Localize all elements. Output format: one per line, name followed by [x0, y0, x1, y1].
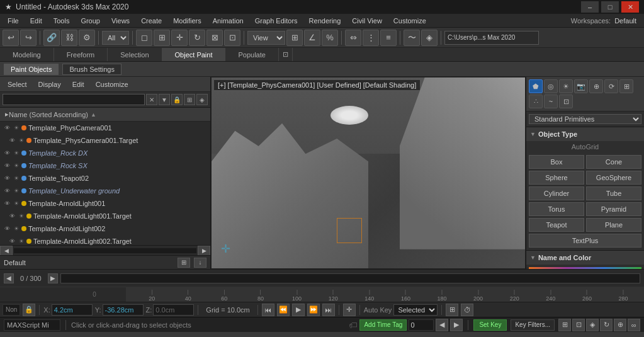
key-btn-6[interactable]: ∞ — [628, 319, 640, 331]
scene-item-arnoldlight002[interactable]: 👁 ☀ Template-ArnoldLight002 — [0, 222, 210, 235]
menu-modifiers[interactable]: Modifiers — [168, 16, 206, 26]
rotate-button[interactable]: ↻ — [189, 30, 205, 46]
menu-civil-view[interactable]: Civil View — [347, 16, 387, 26]
timeline-prev-button[interactable]: ◀ — [4, 273, 14, 283]
key-btn-1[interactable]: ⊞ — [558, 319, 571, 331]
helpers-button[interactable]: ⊕ — [589, 79, 603, 93]
spacewarps-button[interactable]: ⟳ — [604, 79, 618, 93]
close-button[interactable]: ✕ — [621, 1, 639, 13]
next-frame-button[interactable]: ⏩ — [307, 304, 320, 316]
scene-item-teapot02[interactable]: 👁 ☀ Template_Teapot02 — [0, 172, 210, 185]
scene-filter-button[interactable]: ▼ — [159, 94, 170, 105]
menu-animation[interactable]: Animation — [208, 16, 249, 26]
standard-primitives-dropdown[interactable]: Standard Primitives — [529, 114, 641, 124]
scene-search-close-button[interactable]: ✕ — [146, 94, 157, 105]
scene-item-physCamera001[interactable]: 👁 ☀ Template_PhysCamera001 — [0, 122, 210, 134]
scene-item-physCamera001-target[interactable]: 👁 ☀ Template_PhysCamera001.Target — [0, 134, 210, 147]
scene-item-underwater[interactable]: 👁 ☀ Template_Underwater ground — [0, 185, 210, 197]
key-btn-3[interactable]: ◈ — [586, 319, 599, 331]
y-input[interactable] — [103, 304, 144, 316]
prev-frame-button[interactable]: ⏪ — [277, 304, 290, 316]
undo-button[interactable]: ↩ — [3, 30, 19, 46]
tab-freeform[interactable]: Freeform — [54, 48, 108, 61]
scroll-right-button[interactable]: ▶ — [198, 246, 210, 256]
prim-box-button[interactable]: Box — [529, 155, 584, 169]
systems-button[interactable]: ⊞ — [619, 79, 633, 93]
add-time-tag-button[interactable]: Add Time Tag — [359, 319, 407, 331]
layer-move-button[interactable]: ↓ — [194, 258, 206, 268]
key-filters-button[interactable]: Key Filters... — [511, 319, 555, 331]
unlink-button[interactable]: ⛓ — [61, 30, 77, 46]
autokey-select[interactable]: Selected — [393, 304, 438, 316]
geometry-button[interactable]: ⬟ — [529, 79, 543, 93]
menu-tools[interactable]: Tools — [48, 16, 75, 26]
z-input[interactable] — [153, 304, 194, 316]
prim-pyramid-button[interactable]: Pyramid — [586, 202, 641, 216]
minimize-button[interactable]: – — [581, 1, 599, 13]
tab-modeling[interactable]: Modeling — [0, 48, 54, 61]
timeline-track[interactable] — [60, 273, 640, 283]
selection-filter[interactable]: Non — [3, 304, 20, 316]
extra-button1[interactable]: ~ — [544, 94, 558, 108]
time-tag-right-button[interactable]: ▶ — [450, 319, 463, 331]
prim-teapot-button[interactable]: Teapot — [529, 218, 584, 232]
extra-button2[interactable]: ⊡ — [559, 94, 573, 108]
column-name-header[interactable]: Name (Sorted Ascending) — [9, 111, 88, 118]
menu-graph-editors[interactable]: Graph Editors — [250, 16, 303, 26]
prim-sphere-button[interactable]: Sphere — [529, 171, 584, 185]
select-button[interactable]: ◻ — [136, 30, 152, 46]
filter-select[interactable]: All — [102, 31, 129, 45]
scene-menu-edit[interactable]: Edit — [67, 79, 89, 89]
time-tag-value[interactable] — [409, 319, 434, 331]
transform-button[interactable]: ⊡ — [224, 30, 240, 46]
scene-menu-customize[interactable]: Customize — [91, 79, 133, 89]
play-button[interactable]: ▶ — [292, 304, 305, 316]
scene-menu-select[interactable]: Select — [3, 79, 32, 89]
viewport[interactable]: [+] [Template_PhysCamera001] [User Defin… — [211, 77, 526, 269]
time-config-button[interactable]: ⏱ — [461, 304, 473, 316]
subtab-paint-objects[interactable]: Paint Objects — [4, 64, 59, 75]
cameras-button[interactable]: 📷 — [574, 79, 588, 93]
key-btn-5[interactable]: ⊕ — [614, 319, 626, 331]
scene-search-input[interactable] — [3, 94, 145, 105]
prim-cylinder-button[interactable]: Cylinder — [529, 186, 584, 200]
scale-button[interactable]: ⊠ — [206, 30, 223, 46]
subtab-brush-settings[interactable]: Brush Settings — [62, 64, 121, 75]
maxscript-area[interactable]: MAXScript Mi — [4, 319, 60, 331]
x-input[interactable] — [52, 304, 93, 316]
menu-edit[interactable]: Edit — [25, 16, 47, 26]
move-mode-button[interactable]: ✛ — [343, 304, 356, 316]
menu-group[interactable]: Group — [76, 16, 105, 26]
angle-snap-button[interactable]: ∠ — [304, 30, 320, 46]
particles-button[interactable]: ∴ — [529, 94, 543, 108]
menu-rendering[interactable]: Rendering — [304, 16, 346, 26]
scene-menu-display[interactable]: Display — [33, 79, 66, 89]
scene-highlight-button[interactable]: ◈ — [196, 94, 208, 105]
curve-editor-button[interactable]: 〜 — [404, 30, 420, 46]
menu-file[interactable]: File — [3, 16, 24, 26]
name-color-header[interactable]: ▼ Name and Color — [526, 251, 644, 265]
layer-options-button[interactable]: ⊞ — [178, 258, 190, 268]
goto-start-button[interactable]: ⏮ — [262, 304, 274, 316]
align-button[interactable]: ⋮ — [363, 30, 379, 46]
select-region-button[interactable]: ⊞ — [154, 30, 170, 46]
maximize-button[interactable]: □ — [601, 1, 619, 13]
key-btn-4[interactable]: ↻ — [600, 319, 613, 331]
menu-views[interactable]: Views — [106, 16, 135, 26]
menu-customize[interactable]: Customize — [388, 16, 431, 26]
prim-textplus-button[interactable]: TextPlus — [529, 234, 641, 248]
view-select[interactable]: View — [247, 31, 285, 45]
link-button[interactable]: 🔗 — [43, 30, 60, 46]
lock-button[interactable]: 🔒 — [23, 304, 35, 316]
scene-item-arnoldlight001[interactable]: 👁 ☀ Template-ArnoldLight001 — [0, 197, 210, 210]
prim-torus-button[interactable]: Torus — [529, 202, 584, 216]
prim-geosphere-button[interactable]: GeoSphere — [586, 171, 641, 185]
scene-item-arnoldlight002-target[interactable]: 👁 ☀ Template-ArnoldLight002.Target — [0, 235, 210, 245]
prim-plane-button[interactable]: Plane — [586, 218, 641, 232]
timeline-next-button[interactable]: ▶ — [48, 273, 58, 283]
tab-object-paint[interactable]: Object Paint — [162, 48, 226, 61]
tab-extra[interactable]: ⊡ — [279, 48, 293, 61]
menu-create[interactable]: Create — [136, 16, 167, 26]
scene-item-rock-sx[interactable]: 👁 ☀ Template_Rock SX — [0, 159, 210, 172]
tab-selection[interactable]: Selection — [108, 48, 162, 61]
